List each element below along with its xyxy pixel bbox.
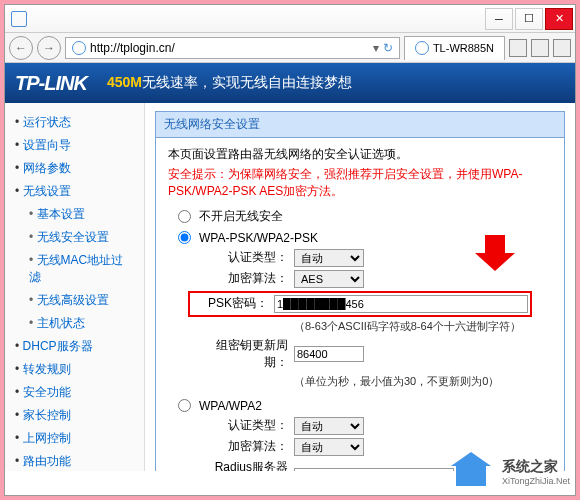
sidebar-item[interactable]: 无线高级设置 [5,289,144,312]
maximize-button[interactable]: ☐ [515,8,543,30]
radio-wpa-psk[interactable] [178,231,191,244]
browser-tab[interactable]: TL-WR885N [404,36,505,60]
encryption-select-2[interactable]: 自动 [294,438,364,456]
option-wpa[interactable]: WPA/WPA2 [178,399,552,413]
sidebar-item[interactable]: 运行状态 [5,111,144,134]
titlebar: ─ ☐ ✕ [5,5,575,33]
radius-ip-input[interactable] [294,468,454,471]
tab-title: TL-WR885N [433,42,494,54]
sidebar-item[interactable]: 无线安全设置 [5,226,144,249]
sidebar-item[interactable]: 主机状态 [5,312,144,335]
security-warning: 安全提示：为保障网络安全，强烈推荐开启安全设置，并使用WPA-PSK/WPA2-… [168,166,552,200]
close-button[interactable]: ✕ [545,8,573,30]
auth-type-select-2[interactable]: 自动 [294,417,364,435]
sidebar-item[interactable]: 设置向导 [5,134,144,157]
option-no-security[interactable]: 不开启无线安全 [178,208,552,225]
refresh-icon[interactable]: ↻ [383,41,393,55]
sidebar-item[interactable]: DHCP服务器 [5,335,144,358]
tools-icon[interactable] [553,39,571,57]
sidebar-item[interactable]: 基本设置 [5,203,144,226]
sidebar-item[interactable]: 无线设置 [5,180,144,203]
minimize-button[interactable]: ─ [485,8,513,30]
watermark: 系统之家 XiTongZhiJia.Net [456,454,570,490]
group-key-hint: （单位为秒，最小值为30，不更新则为0） [294,374,552,389]
sidebar-item[interactable]: 路由功能 [5,450,144,471]
panel-title: 无线网络安全设置 [156,112,564,138]
auth-type-select[interactable]: 自动 [294,249,364,267]
main-panel: 无线网络安全设置 本页面设置路由器无线网络的安全认证选项。 安全提示：为保障网络… [145,103,575,471]
favorites-icon[interactable] [531,39,549,57]
highlight-arrow-icon [475,235,515,271]
address-bar[interactable]: http://tplogin.cn/ ▾ ↻ [65,37,400,59]
sidebar: 运行状态设置向导网络参数无线设置基本设置无线安全设置无线MAC地址过滤无线高级设… [5,103,145,471]
url-text: http://tplogin.cn/ [90,41,175,55]
radio-wpa[interactable] [178,399,191,412]
sidebar-item[interactable]: 安全功能 [5,381,144,404]
ie-icon [11,11,27,27]
auth-type-label: 认证类型： [198,249,288,266]
sidebar-item[interactable]: 网络参数 [5,157,144,180]
group-key-input[interactable] [294,346,364,362]
back-button[interactable]: ← [9,36,33,60]
dropdown-icon[interactable]: ▾ [373,41,379,55]
radius-ip-label: Radius服务器IP： [198,459,288,471]
panel-description: 本页面设置路由器无线网络的安全认证选项。 [168,146,552,163]
home-icon[interactable] [509,39,527,57]
browser-toolbar: ← → http://tplogin.cn/ ▾ ↻ TL-WR885N [5,33,575,63]
group-key-label: 组密钥更新周期： [198,337,288,371]
encryption-label-2: 加密算法： [198,438,288,455]
watermark-house-icon [456,454,496,490]
sidebar-item[interactable]: 上网控制 [5,427,144,450]
sidebar-item[interactable]: 转发规则 [5,358,144,381]
psk-hint: （8-63个ASCII码字符或8-64个十六进制字符） [294,319,552,334]
tab-favicon [415,41,429,55]
psk-label: PSK密码： [192,295,268,312]
encryption-label: 加密算法： [198,270,288,287]
slogan: 450M无线速率，实现无线自由连接梦想 [107,74,352,92]
sidebar-item[interactable]: 家长控制 [5,404,144,427]
encryption-select[interactable]: AES [294,270,364,288]
psk-password-input[interactable] [274,295,528,313]
auth-type-label-2: 认证类型： [198,417,288,434]
sidebar-item[interactable]: 无线MAC地址过滤 [5,249,144,289]
router-header: TP-LINK 450M无线速率，实现无线自由连接梦想 [5,63,575,103]
globe-icon [72,41,86,55]
logo: TP-LINK [15,72,87,95]
forward-button[interactable]: → [37,36,61,60]
radio-no-security[interactable] [178,210,191,223]
psk-password-row: PSK密码： [188,291,532,317]
